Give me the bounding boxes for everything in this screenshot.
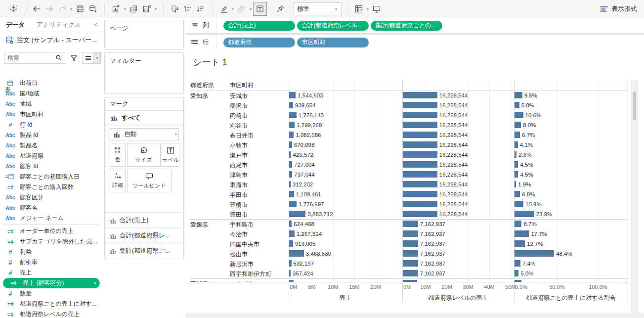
clear-sheet-icon[interactable] — [140, 2, 153, 15]
selected-field-pill[interactable]: =#売上 (顧客区分)▾ — [3, 278, 100, 288]
pref-sales-bar[interactable] — [403, 221, 418, 227]
field-item[interactable]: Abc市区町村 — [0, 109, 102, 120]
tab-data[interactable]: データ — [0, 21, 31, 29]
sales-bar[interactable] — [289, 181, 291, 187]
city-label[interactable]: 豊田市 — [230, 211, 248, 219]
show-me-chart-caret-icon[interactable]: ▾ — [365, 7, 370, 11]
city-label[interactable]: 豊橋市 — [230, 201, 248, 209]
city-label[interactable]: 半田市 — [230, 191, 248, 199]
field-item[interactable]: Abc地域 — [0, 99, 102, 109]
field-pill-caret-icon[interactable]: ▾ — [94, 281, 96, 285]
swap-rows-columns-icon[interactable] — [169, 2, 181, 15]
row-header-prefecture[interactable]: 都道府県 — [190, 81, 214, 90]
city-label[interactable]: 西宇和郡伊方町 — [230, 270, 271, 278]
field-item[interactable]: =#売上 (顧客区分)▾ — [0, 278, 102, 288]
pref-sales-bar[interactable] — [403, 230, 418, 237]
datasource-item[interactable]: 注文 (サンプル - スーパー... — [0, 33, 102, 47]
city-label[interactable]: 安城市 — [230, 92, 248, 100]
field-item[interactable]: Abc顧客 Id — [0, 161, 102, 172]
sales-bar[interactable] — [289, 132, 294, 138]
pref-sales-bar[interactable] — [403, 250, 418, 257]
highlight-pen-icon[interactable] — [217, 2, 230, 15]
city-label[interactable]: 刈谷市 — [230, 122, 248, 130]
paperclip-group-icon[interactable] — [235, 2, 248, 15]
pct-bar[interactable] — [515, 171, 518, 178]
vertical-scrollbar[interactable] — [631, 80, 638, 313]
pref-sales-bar[interactable] — [403, 240, 418, 247]
tooltip-button[interactable]: ツールヒント — [127, 169, 172, 192]
search-box[interactable] — [4, 52, 65, 64]
field-item[interactable]: =#オーダー単位の売上 — [0, 226, 102, 236]
prefecture-label[interactable]: 愛知県 — [190, 92, 208, 100]
field-item[interactable]: #利益 — [0, 247, 102, 257]
sales-bar[interactable] — [289, 122, 295, 128]
pct-bar[interactable] — [515, 240, 525, 247]
tab-analytics[interactable]: アナリティクス — [31, 21, 87, 29]
sales-bar[interactable] — [289, 161, 292, 168]
back-icon[interactable] — [30, 2, 43, 15]
duplicate-sheet-icon[interactable] — [128, 2, 140, 15]
marks-scope-all[interactable]: すべて — [105, 111, 183, 125]
columns-pill[interactable]: 集計(都道府県ごとの.. — [371, 21, 442, 31]
field-item[interactable]: Abc都道府県 — [0, 151, 102, 161]
pref-sales-bar[interactable] — [403, 92, 437, 98]
redo-icon[interactable] — [56, 2, 69, 15]
city-label[interactable]: 稲沢市 — [230, 102, 248, 110]
field-item[interactable]: Abc製品 Id — [0, 130, 102, 140]
pct-bar[interactable] — [515, 151, 516, 158]
pct-bar[interactable] — [515, 211, 534, 217]
add-datasource-icon[interactable] — [86, 2, 99, 15]
sales-bar[interactable] — [289, 102, 293, 108]
field-item[interactable]: =#都道府県ごとの売上に対す... — [0, 299, 102, 309]
field-item[interactable]: Abc顧客名 — [0, 203, 102, 213]
sales-bar[interactable] — [289, 221, 292, 227]
pref-sales-bar[interactable] — [403, 122, 437, 128]
field-item[interactable]: #割引率 — [0, 257, 102, 268]
pct-bar[interactable] — [515, 260, 520, 267]
city-label[interactable]: 今治市 — [230, 230, 248, 239]
pct-bar[interactable] — [515, 250, 554, 257]
sort-descending-icon[interactable] — [194, 2, 207, 15]
sales-bar[interactable] — [289, 270, 291, 276]
pref-sales-bar[interactable] — [403, 151, 437, 158]
pct-bar[interactable] — [515, 221, 521, 227]
city-label[interactable]: 東海市 — [230, 181, 248, 189]
sales-bar[interactable] — [289, 171, 292, 178]
pct-bar[interactable] — [515, 141, 518, 148]
show-me-chart-icon[interactable] — [352, 2, 365, 15]
clear-sheet-caret-icon[interactable]: ▾ — [153, 7, 158, 11]
field-item[interactable]: #売上 — [0, 268, 102, 278]
sales-bar[interactable] — [289, 240, 293, 247]
field-item[interactable]: Abc国/地域 — [0, 89, 102, 99]
field-item[interactable]: 出荷日 — [0, 78, 102, 89]
measure-mark-card[interactable]: 集計(都道府県ご... — [105, 243, 182, 259]
new-worksheet-caret-icon[interactable]: ▾ — [123, 7, 128, 11]
redo-caret-icon[interactable]: ▾ — [69, 7, 74, 11]
columns-pill[interactable]: 合計(売上) — [223, 21, 295, 31]
scrollbar-thumb[interactable] — [633, 91, 636, 120]
detail-button[interactable]: 詳細 — [110, 169, 126, 192]
sales-bar[interactable] — [289, 112, 297, 118]
pct-bar[interactable] — [515, 191, 520, 197]
filters-shelf[interactable]: フィルター — [104, 52, 184, 94]
field-item[interactable]: Abc製品名 — [0, 140, 102, 151]
presentation-mode-icon[interactable] — [370, 2, 383, 15]
pin-icon[interactable] — [274, 2, 287, 15]
pref-sales-bar[interactable] — [403, 141, 437, 148]
city-label[interactable]: 岡崎市 — [230, 112, 248, 120]
highlight-caret-icon[interactable]: ▾ — [230, 7, 235, 11]
label-button[interactable]: ラベル — [162, 143, 179, 167]
sales-bar[interactable] — [289, 230, 295, 237]
pref-sales-bar[interactable] — [403, 191, 437, 197]
pct-bar[interactable] — [515, 112, 523, 118]
collapse-pane-icon[interactable]: < — [94, 21, 97, 28]
city-label[interactable]: 津島市 — [230, 171, 248, 180]
pct-bar[interactable] — [515, 201, 523, 207]
filter-fields-icon[interactable] — [70, 54, 78, 62]
columns-pill[interactable]: 合計(都道府県レベル.. — [297, 21, 369, 31]
pref-sales-bar[interactable] — [403, 211, 437, 217]
sort-ascending-icon[interactable] — [181, 2, 194, 15]
city-label[interactable]: 松山市 — [230, 250, 248, 259]
pct-bar[interactable] — [515, 270, 518, 276]
pages-shelf[interactable]: ページ — [104, 20, 184, 49]
